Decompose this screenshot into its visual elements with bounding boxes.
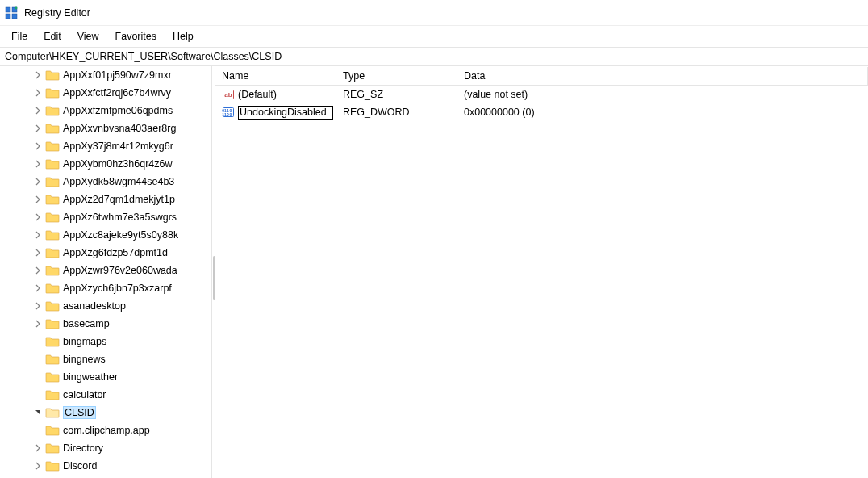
- folder-icon: [45, 265, 60, 276]
- tree-item-label: bingnews: [63, 354, 106, 365]
- folder-icon: [45, 336, 60, 347]
- menubar: File Edit View Favorites Help: [0, 26, 868, 47]
- menu-edit[interactable]: Edit: [35, 28, 69, 44]
- folder-icon: [45, 229, 60, 241]
- chevron-right-icon[interactable]: [34, 249, 45, 257]
- chevron-right-icon[interactable]: [34, 444, 45, 452]
- tree-item[interactable]: AppXzych6jbn7p3xzarpf: [0, 279, 211, 297]
- tree-item[interactable]: AppXxfzmfpme06qpdms: [0, 102, 211, 120]
- folder-icon: [45, 247, 60, 258]
- svg-point-4: [15, 6, 18, 9]
- svg-rect-0: [6, 7, 10, 12]
- chevron-right-icon[interactable]: [34, 231, 45, 239]
- menu-favorites[interactable]: Favorites: [107, 28, 165, 44]
- chevron-right-icon[interactable]: [34, 71, 45, 79]
- svg-text:0: 0: [230, 112, 232, 117]
- folder-icon: [45, 105, 60, 116]
- value-rename-input[interactable]: [238, 106, 333, 120]
- tree-item[interactable]: AppXxvnbvsna403aer8rg: [0, 120, 211, 137]
- folder-icon: [45, 425, 60, 436]
- column-header-name[interactable]: Name: [215, 67, 336, 85]
- value-type: REG_SZ: [336, 87, 457, 102]
- tree-item[interactable]: AppXydk58wgm44se4b3: [0, 173, 211, 191]
- addressbar[interactable]: Computer\HKEY_CURRENT_USER\Software\Clas…: [0, 47, 868, 66]
- reg-binary-icon: 011 0 110 0: [222, 106, 235, 119]
- tree-item-label: AppXzych6jbn7p3xzarpf: [63, 283, 172, 294]
- chevron-right-icon[interactable]: [34, 266, 45, 275]
- folder-icon: [45, 123, 60, 134]
- tree-item[interactable]: AppXxfctf2rqj6c7b4wrvy: [0, 84, 211, 102]
- tree-item[interactable]: AppXxf01pj590w7z9mxr: [0, 66, 211, 84]
- tree-item[interactable]: calculator: [0, 386, 211, 404]
- tree-item[interactable]: AppXz2d7qm1dmekjyt1p: [0, 191, 211, 208]
- chevron-right-icon[interactable]: [34, 160, 45, 168]
- tree-item[interactable]: AppXzc8ajeke9yt5s0y88k: [0, 226, 211, 244]
- chevron-down-icon[interactable]: [34, 409, 45, 417]
- tree-item-label: AppXzg6fdzp57dpmt1d: [63, 247, 168, 258]
- svg-text:110: 110: [222, 112, 229, 117]
- chevron-right-icon[interactable]: [34, 107, 45, 115]
- tree-pane[interactable]: AppXxf01pj590w7z9mxr AppXxfctf2rqj6c7b4w…: [0, 66, 211, 478]
- titlebar: Registry Editor: [0, 0, 868, 26]
- folder-icon: [45, 158, 60, 170]
- tree-item[interactable]: bingnews: [0, 350, 211, 368]
- tree-item[interactable]: AppXzg6fdzp57dpmt1d: [0, 244, 211, 262]
- tree-item-label: AppXxfzmfpme06qpdms: [63, 105, 173, 116]
- pane-splitter[interactable]: [211, 66, 215, 478]
- tree-item[interactable]: com.clipchamp.app: [0, 421, 211, 439]
- chevron-right-icon[interactable]: [34, 213, 45, 221]
- chevron-right-icon[interactable]: [34, 89, 45, 97]
- tree-item-label: AppXydk58wgm44se4b3: [63, 176, 174, 187]
- folder-icon: [45, 442, 60, 454]
- tree-item[interactable]: bingmaps: [0, 333, 211, 350]
- tree-item-label: AppXxvnbvsna403aer8rg: [63, 123, 176, 134]
- addressbar-path[interactable]: Computer\HKEY_CURRENT_USER\Software\Clas…: [2, 49, 285, 64]
- list-header: Name Type Data: [215, 66, 868, 86]
- chevron-right-icon[interactable]: [34, 284, 45, 292]
- chevron-right-icon[interactable]: [34, 178, 45, 186]
- tree-item[interactable]: asanadesktop: [0, 297, 211, 315]
- chevron-right-icon[interactable]: [34, 302, 45, 310]
- menu-file[interactable]: File: [3, 28, 35, 44]
- value-row[interactable]: 011 0 110 0 REG_DWORD0x00000000 (0): [215, 103, 868, 121]
- tree-item[interactable]: bingweather: [0, 368, 211, 386]
- tree-item-label: CLSID: [63, 406, 96, 419]
- value-type: REG_DWORD: [336, 105, 457, 120]
- menu-view[interactable]: View: [69, 28, 107, 44]
- value-name-cell[interactable]: ab (Default): [215, 86, 336, 103]
- value-name-cell[interactable]: 011 0 110 0: [215, 104, 336, 121]
- value-data: 0x00000000 (0): [457, 105, 868, 120]
- tree-item[interactable]: AppXy37j8m4r12mkyg6r: [0, 137, 211, 155]
- folder-icon: [45, 318, 60, 329]
- chevron-right-icon[interactable]: [34, 142, 45, 150]
- tree-item[interactable]: Discord: [0, 457, 211, 475]
- tree-item[interactable]: CLSID: [0, 404, 211, 421]
- folder-icon: [45, 354, 60, 365]
- chevron-right-icon[interactable]: [34, 320, 45, 328]
- tree-item[interactable]: AppXz6twhm7e3a5swgrs: [0, 208, 211, 226]
- tree-item[interactable]: Directory: [0, 439, 211, 457]
- svg-rect-2: [6, 14, 10, 19]
- menu-help[interactable]: Help: [165, 28, 202, 44]
- folder-icon: [45, 87, 60, 99]
- value-data: (value not set): [457, 87, 868, 102]
- column-header-data[interactable]: Data: [457, 67, 868, 85]
- content-area: AppXxf01pj590w7z9mxr AppXxfctf2rqj6c7b4w…: [0, 66, 868, 478]
- folder-icon: [45, 212, 60, 223]
- folder-icon: [45, 283, 60, 294]
- list-pane[interactable]: Name Type Data ab (Default)REG_SZ(value …: [215, 66, 868, 478]
- regedit-icon: [5, 6, 18, 19]
- tree-item-label: AppXz6twhm7e3a5swgrs: [63, 212, 177, 223]
- tree-item[interactable]: AppXybm0hz3h6qr4z6w: [0, 155, 211, 173]
- chevron-right-icon[interactable]: [34, 462, 45, 470]
- tree-item-label: AppXxf01pj590w7z9mxr: [63, 69, 172, 81]
- column-header-type[interactable]: Type: [336, 67, 457, 85]
- chevron-right-icon[interactable]: [34, 195, 45, 203]
- tree-item[interactable]: AppXzwr976v2e060wada: [0, 262, 211, 279]
- folder-icon: [45, 460, 60, 472]
- value-row[interactable]: ab (Default)REG_SZ(value not set): [215, 86, 868, 103]
- value-name: (Default): [238, 89, 277, 100]
- chevron-right-icon[interactable]: [34, 124, 45, 132]
- tree-item[interactable]: basecamp: [0, 315, 211, 333]
- tree-item-label: AppXy37j8m4r12mkyg6r: [63, 140, 173, 152]
